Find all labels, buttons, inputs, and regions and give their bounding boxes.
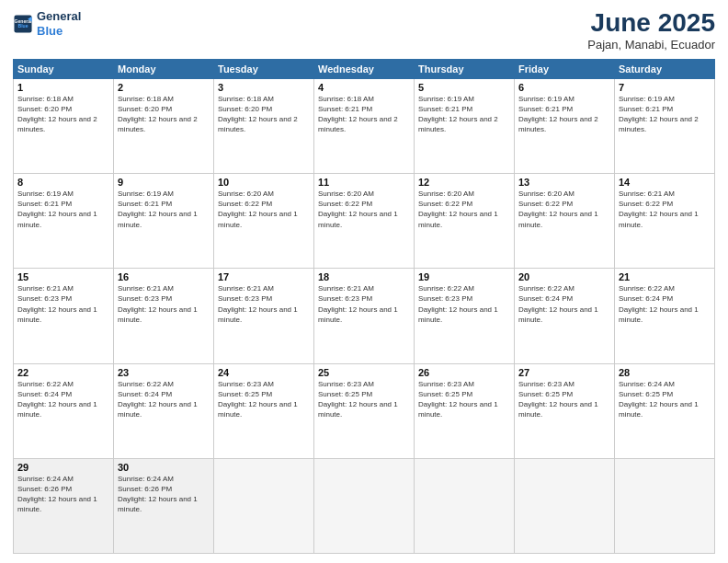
sunrise-label: Sunrise: 6:21 AM [318, 284, 374, 293]
header-day-sunday: Sunday [14, 59, 114, 78]
day-info: Sunrise: 6:19 AM Sunset: 6:21 PM Dayligh… [619, 94, 711, 135]
week-row-2: 15 Sunrise: 6:21 AM Sunset: 6:23 PM Dayl… [14, 269, 715, 363]
daylight-label: Daylight: 12 hours and 1 minute. [518, 210, 598, 228]
sunrise-label: Sunrise: 6:21 AM [218, 284, 274, 293]
daylight-label: Daylight: 12 hours and 2 minutes. [418, 115, 498, 133]
logo-text: General Blue [37, 9, 81, 38]
day-info: Sunrise: 6:24 AM Sunset: 6:25 PM Dayligh… [619, 379, 711, 420]
calendar-cell: 19 Sunrise: 6:22 AM Sunset: 6:23 PM Dayl… [415, 269, 515, 363]
day-info: Sunrise: 6:20 AM Sunset: 6:22 PM Dayligh… [218, 189, 310, 230]
sunrise-label: Sunrise: 6:20 AM [318, 190, 374, 198]
day-number: 19 [418, 271, 510, 282]
sunrise-label: Sunrise: 6:18 AM [17, 95, 74, 103]
day-number: 15 [17, 271, 109, 282]
day-number: 22 [17, 367, 109, 378]
sunrise-label: Sunrise: 6:18 AM [218, 95, 274, 103]
sunrise-label: Sunrise: 6:19 AM [17, 190, 74, 198]
logo: General Blue General Blue [13, 9, 81, 38]
day-info: Sunrise: 6:22 AM Sunset: 6:24 PM Dayligh… [17, 379, 109, 420]
day-number: 8 [17, 177, 109, 188]
day-info: Sunrise: 6:18 AM Sunset: 6:21 PM Dayligh… [318, 94, 410, 135]
sunset-label: Sunset: 6:20 PM [118, 105, 172, 113]
calendar-cell: 18 Sunrise: 6:21 AM Sunset: 6:23 PM Dayl… [314, 269, 415, 363]
daylight-label: Daylight: 12 hours and 1 minute. [17, 305, 97, 324]
sunset-label: Sunset: 6:21 PM [318, 105, 372, 113]
sunset-label: Sunset: 6:25 PM [418, 390, 472, 398]
day-number: 28 [619, 367, 711, 378]
calendar-cell: 13 Sunrise: 6:20 AM Sunset: 6:22 PM Dayl… [515, 174, 615, 269]
daylight-label: Daylight: 12 hours and 1 minute. [619, 305, 699, 324]
page: General Blue General Blue June 2025 Paja… [0, 0, 728, 563]
day-info: Sunrise: 6:21 AM Sunset: 6:23 PM Dayligh… [318, 283, 410, 325]
sunrise-label: Sunrise: 6:21 AM [619, 190, 675, 198]
daylight-label: Daylight: 12 hours and 1 minute. [17, 400, 97, 419]
daylight-label: Daylight: 12 hours and 1 minute. [118, 400, 198, 419]
sunset-label: Sunset: 6:22 PM [418, 200, 472, 208]
sunset-label: Sunset: 6:25 PM [518, 390, 573, 398]
calendar-title: June 2025 [587, 9, 715, 38]
sunrise-label: Sunrise: 6:22 AM [17, 380, 74, 388]
daylight-label: Daylight: 12 hours and 1 minute. [619, 400, 699, 419]
daylight-label: Daylight: 12 hours and 1 minute. [318, 305, 398, 324]
sunset-label: Sunset: 6:26 PM [118, 485, 172, 493]
sunset-label: Sunset: 6:25 PM [218, 390, 272, 398]
day-number: 6 [518, 82, 610, 93]
sunrise-label: Sunrise: 6:21 AM [118, 284, 174, 293]
calendar-cell: 26 Sunrise: 6:23 AM Sunset: 6:25 PM Dayl… [415, 363, 515, 458]
day-info: Sunrise: 6:21 AM Sunset: 6:22 PM Dayligh… [619, 189, 711, 230]
daylight-label: Daylight: 12 hours and 2 minutes. [218, 115, 298, 133]
day-info: Sunrise: 6:21 AM Sunset: 6:23 PM Dayligh… [17, 283, 109, 325]
week-row-1: 8 Sunrise: 6:19 AM Sunset: 6:21 PM Dayli… [14, 174, 715, 269]
day-info: Sunrise: 6:20 AM Sunset: 6:22 PM Dayligh… [518, 189, 610, 230]
day-info: Sunrise: 6:22 AM Sunset: 6:24 PM Dayligh… [619, 283, 711, 325]
day-number: 30 [118, 462, 210, 473]
sunrise-label: Sunrise: 6:22 AM [518, 284, 574, 293]
sunset-label: Sunset: 6:21 PM [518, 105, 573, 113]
sunrise-label: Sunrise: 6:22 AM [118, 380, 174, 388]
calendar-cell: 21 Sunrise: 6:22 AM Sunset: 6:24 PM Dayl… [615, 269, 715, 363]
header-day-wednesday: Wednesday [314, 59, 415, 78]
calendar-cell [214, 458, 314, 553]
day-info: Sunrise: 6:19 AM Sunset: 6:21 PM Dayligh… [118, 189, 210, 230]
day-number: 26 [418, 367, 510, 378]
day-info: Sunrise: 6:21 AM Sunset: 6:23 PM Dayligh… [218, 283, 310, 325]
sunrise-label: Sunrise: 6:19 AM [619, 95, 675, 103]
day-number: 11 [318, 177, 410, 188]
daylight-label: Daylight: 12 hours and 1 minute. [218, 210, 298, 228]
day-info: Sunrise: 6:20 AM Sunset: 6:22 PM Dayligh… [418, 189, 510, 230]
day-info: Sunrise: 6:19 AM Sunset: 6:21 PM Dayligh… [418, 94, 510, 135]
calendar-cell: 17 Sunrise: 6:21 AM Sunset: 6:23 PM Dayl… [214, 269, 314, 363]
daylight-label: Daylight: 12 hours and 2 minutes. [118, 115, 198, 133]
sunset-label: Sunset: 6:21 PM [118, 200, 172, 208]
calendar-cell: 30 Sunrise: 6:24 AM Sunset: 6:26 PM Dayl… [114, 458, 214, 553]
daylight-label: Daylight: 12 hours and 1 minute. [518, 400, 598, 419]
day-number: 18 [318, 271, 410, 282]
calendar-cell: 20 Sunrise: 6:22 AM Sunset: 6:24 PM Dayl… [515, 269, 615, 363]
sunset-label: Sunset: 6:22 PM [318, 200, 372, 208]
sunrise-label: Sunrise: 6:24 AM [619, 380, 675, 388]
sunset-label: Sunset: 6:21 PM [418, 105, 472, 113]
calendar-cell: 15 Sunrise: 6:21 AM Sunset: 6:23 PM Dayl… [14, 269, 114, 363]
calendar-cell: 16 Sunrise: 6:21 AM Sunset: 6:23 PM Dayl… [114, 269, 214, 363]
sunrise-label: Sunrise: 6:19 AM [118, 190, 174, 198]
sunset-label: Sunset: 6:20 PM [218, 105, 272, 113]
day-info: Sunrise: 6:18 AM Sunset: 6:20 PM Dayligh… [17, 94, 109, 135]
sunrise-label: Sunrise: 6:20 AM [418, 190, 474, 198]
calendar-cell [415, 458, 515, 553]
logo-icon: General Blue [13, 14, 33, 34]
sunrise-label: Sunrise: 6:19 AM [418, 95, 474, 103]
header-day-thursday: Thursday [415, 59, 515, 78]
sunrise-label: Sunrise: 6:24 AM [17, 475, 74, 483]
day-info: Sunrise: 6:24 AM Sunset: 6:26 PM Dayligh… [118, 474, 210, 515]
day-info: Sunrise: 6:22 AM Sunset: 6:24 PM Dayligh… [518, 283, 610, 325]
calendar-cell [515, 458, 615, 553]
day-number: 1 [17, 82, 109, 93]
header-day-friday: Friday [515, 59, 615, 78]
sunrise-label: Sunrise: 6:21 AM [17, 284, 74, 293]
day-info: Sunrise: 6:22 AM Sunset: 6:23 PM Dayligh… [418, 283, 510, 325]
day-number: 2 [118, 82, 210, 93]
sunset-label: Sunset: 6:23 PM [17, 294, 72, 303]
daylight-label: Daylight: 12 hours and 1 minute. [118, 495, 198, 513]
sunrise-label: Sunrise: 6:22 AM [619, 284, 675, 293]
calendar-cell: 7 Sunrise: 6:19 AM Sunset: 6:21 PM Dayli… [615, 78, 715, 173]
